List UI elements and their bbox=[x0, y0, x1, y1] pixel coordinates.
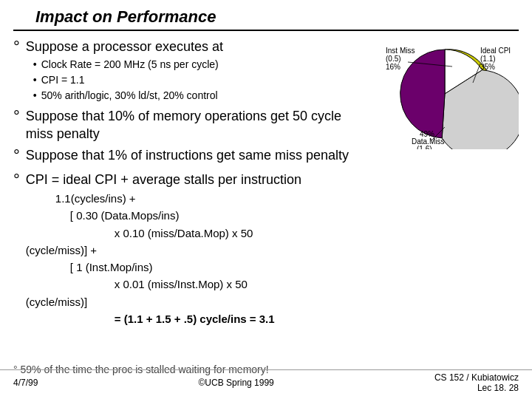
bullet-circle-4: ° bbox=[13, 170, 20, 191]
pie-label-ideal-cpi: Ideal CPI bbox=[480, 47, 511, 55]
footer-date: 4/7/99 bbox=[13, 378, 38, 388]
sub-bullet-1-1: • Clock Rate = 200 MHz (5 ns per cycle) bbox=[33, 57, 364, 72]
svg-text:49%: 49% bbox=[420, 130, 434, 138]
page-title: Impact on Performance bbox=[35, 7, 216, 27]
pie-chart-area: Inst Miss (0.5) 16% Ideal CPI (1.1) 35% … bbox=[371, 31, 519, 149]
cpi-line8: = (1.1 + 1.5 + .5) cycle/ins = 3.1 bbox=[115, 310, 519, 327]
svg-text:(1.6): (1.6) bbox=[417, 145, 432, 149]
svg-text:(0.5): (0.5) bbox=[386, 55, 401, 63]
footer-lecture: Lec 18. 28 bbox=[434, 383, 519, 393]
pie-chart-svg: Inst Miss (0.5) 16% Ideal CPI (1.1) 35% … bbox=[371, 31, 519, 149]
bullet-circle-3: ° bbox=[13, 146, 20, 167]
footer-right: CS 152 / Kubiatowicz Lec 18. 28 bbox=[434, 372, 519, 393]
cpi-line6: x 0.01 (miss/Inst.Mop) x 50 bbox=[115, 276, 519, 293]
cpi-line4: (cycle/miss)] + bbox=[26, 242, 519, 259]
footer-course: CS 152 / Kubiatowicz bbox=[434, 372, 519, 383]
footer-copyright: ©UCB Spring 1999 bbox=[199, 378, 274, 388]
svg-text:35%: 35% bbox=[480, 63, 495, 71]
sub-bullet-1-2: • CPI = 1.1 bbox=[33, 72, 364, 88]
bullet-1-content: Suppose a processor executes at • Clock … bbox=[26, 38, 364, 103]
bullet-4: ° CPI = ideal CPI + average stalls per i… bbox=[13, 171, 519, 327]
cpi-line5: [ 1 (Inst.Mop/ins) bbox=[70, 259, 519, 276]
bullet-2: ° Suppose that 10% of memory operations … bbox=[13, 108, 364, 143]
title-area: Impact on Performance bbox=[13, 7, 519, 31]
svg-text:(1.1): (1.1) bbox=[480, 55, 496, 63]
cpi-formula: 1.1(cycles/ins) + [ 0.30 (Data.Mops/ins)… bbox=[26, 190, 519, 327]
sub-bullet-1-3: • 50% arith/logic, 30% ld/st, 20% contro… bbox=[33, 88, 364, 103]
cpi-line7: (cycle/miss)] bbox=[26, 293, 519, 310]
bullet-3-content: Suppose that 1% of instructions get same… bbox=[26, 147, 519, 164]
pie-chart: Inst Miss (0.5) 16% Ideal CPI (1.1) 35% … bbox=[371, 31, 519, 149]
bullet-3: ° Suppose that 1% of instructions get sa… bbox=[13, 147, 519, 167]
bullet-3-main: Suppose that 1% of instructions get same… bbox=[26, 147, 519, 164]
bullet-circle-1: ° bbox=[13, 37, 20, 58]
bullet-circle-2: ° bbox=[13, 106, 20, 128]
bullet-1-main: Suppose a processor executes at bbox=[26, 38, 364, 55]
pie-label-inst-miss: Inst Miss bbox=[386, 47, 415, 55]
bullet-4-content: CPI = ideal CPI + average stalls per ins… bbox=[26, 171, 519, 327]
bullet-2-content: Suppose that 10% of memory operations ge… bbox=[26, 108, 364, 143]
footer: 4/7/99 ©UCB Spring 1999 CS 152 / Kubiato… bbox=[0, 369, 532, 393]
cpi-line3: x 0.10 (miss/Data.Mop) x 50 bbox=[115, 225, 519, 242]
cpi-line2: [ 0.30 (Data.Mops/ins) bbox=[70, 207, 519, 224]
bullet-2-main: Suppose that 10% of memory operations ge… bbox=[26, 108, 364, 143]
bullet-1-sub: • Clock Rate = 200 MHz (5 ns per cycle) … bbox=[33, 57, 364, 103]
svg-text:16%: 16% bbox=[386, 63, 400, 71]
bullet-1: ° Suppose a processor executes at • Cloc… bbox=[13, 38, 364, 103]
bullet-4-main: CPI = ideal CPI + average stalls per ins… bbox=[26, 171, 519, 188]
cpi-line1: 1.1(cycles/ins) + bbox=[55, 190, 519, 207]
